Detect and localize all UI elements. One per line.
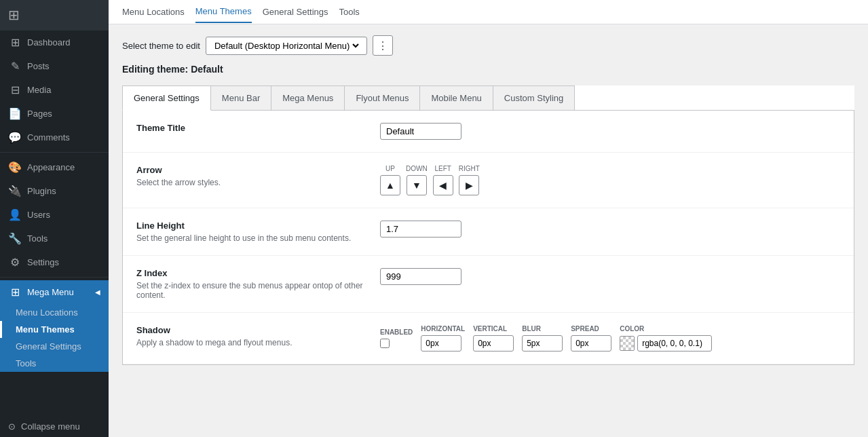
editing-theme-title: Editing theme: Default <box>122 64 854 75</box>
tab-general-settings[interactable]: General Settings <box>122 86 211 111</box>
topnav-general-settings[interactable]: General Settings <box>263 1 328 22</box>
collapse-label: Collapse menu <box>21 421 80 432</box>
z-index-input[interactable] <box>380 268 461 285</box>
sidebar-item-appearance[interactable]: 🎨 Appearance <box>0 155 109 179</box>
plugins-icon: 🔌 <box>8 185 22 197</box>
topnav-menu-themes[interactable]: Menu Themes <box>195 1 252 23</box>
z-index-row: Z Index Set the z-index to ensure the su… <box>123 256 854 313</box>
sidebar-item-media[interactable]: ⊟ Media <box>0 78 109 102</box>
line-height-label: Line Height <box>136 221 366 231</box>
arrow-down-label: DOWN <box>406 165 428 172</box>
arrow-right-group: RIGHT ▶ <box>459 165 480 195</box>
theme-title-label: Theme Title <box>136 123 366 133</box>
theme-title-control <box>380 123 840 140</box>
shadow-color-input[interactable] <box>637 335 712 352</box>
tab-mobile-menu[interactable]: Mobile Menu <box>419 86 493 110</box>
theme-selector-label: Select theme to edit <box>122 41 200 51</box>
line-height-row: Line Height Set the general line height … <box>123 208 854 256</box>
dashboard-icon: ⊞ <box>8 36 22 49</box>
sidebar-sub-menu-themes[interactable]: Menu Themes <box>0 321 109 338</box>
shadow-enabled-col: ENABLED <box>380 328 413 348</box>
collapse-menu-button[interactable]: ⊙ Collapse menu <box>0 416 109 437</box>
media-icon: ⊟ <box>8 83 22 96</box>
sidebar-sub-menu-locations[interactable]: Menu Locations <box>0 304 109 321</box>
shadow-spread-input[interactable] <box>571 335 611 352</box>
arrow-desc: Select the arrow styles. <box>136 178 366 187</box>
sidebar-item-label: Appearance <box>27 162 75 172</box>
shadow-control-row: ENABLED HORIZONTAL VERTICAL BLUR <box>380 325 712 352</box>
sidebar-item-tools[interactable]: 🔧 Tools <box>0 227 109 250</box>
mega-menu-icon: ⊞ <box>8 286 22 299</box>
shadow-vertical-input[interactable] <box>473 335 514 352</box>
sidebar-item-plugins[interactable]: 🔌 Plugins <box>0 179 109 203</box>
sidebar-item-users[interactable]: 👤 Users <box>0 203 109 227</box>
shadow-color-swatch[interactable] <box>620 336 635 351</box>
z-index-label-col: Z Index Set the z-index to ensure the su… <box>136 268 366 300</box>
theme-title-row: Theme Title <box>123 111 854 153</box>
sidebar-item-label: Comments <box>27 132 70 142</box>
arrow-right-label: RIGHT <box>459 165 480 172</box>
main-content: Menu Locations Menu Themes General Setti… <box>109 0 868 437</box>
shadow-horizontal-input[interactable] <box>421 335 461 352</box>
sidebar-item-label: Pages <box>27 109 52 119</box>
top-navigation: Menu Locations Menu Themes General Setti… <box>109 0 868 24</box>
arrow-row: Arrow Select the arrow styles. UP ▲ DOWN… <box>123 153 854 208</box>
topnav-tools[interactable]: Tools <box>339 1 359 22</box>
theme-options-button[interactable]: ⋮ <box>373 35 393 56</box>
arrow-down-group: DOWN ▼ <box>406 165 428 195</box>
sidebar-item-label: Media <box>27 85 51 95</box>
arrows-row: UP ▲ DOWN ▼ LEFT ◀ RIGHT <box>380 165 480 195</box>
sidebar-item-posts[interactable]: ✎ Posts <box>0 54 109 78</box>
shadow-vertical-label: VERTICAL <box>473 325 514 332</box>
arrow-up-button[interactable]: ▲ <box>380 175 400 195</box>
arrow-left-button[interactable]: ◀ <box>433 175 453 195</box>
sidebar-item-mega-menu[interactable]: ⊞ Mega Menu ◀ <box>0 280 109 304</box>
arrow-left-group: LEFT ◀ <box>433 165 453 195</box>
arrow-control: UP ▲ DOWN ▼ LEFT ◀ RIGHT <box>380 165 840 195</box>
sub-item-label: Menu Themes <box>16 324 75 335</box>
users-icon: 👤 <box>8 208 22 221</box>
theme-selector-row: Select theme to edit Default (Desktop Ho… <box>122 35 854 56</box>
arrow-label: Arrow <box>136 165 366 175</box>
comments-icon: 💬 <box>8 131 22 144</box>
shadow-blur-col: BLUR <box>522 325 563 352</box>
topnav-menu-locations[interactable]: Menu Locations <box>122 1 185 22</box>
sidebar-item-label: Tools <box>27 233 48 244</box>
shadow-blur-input[interactable] <box>522 335 563 352</box>
appearance-icon: 🎨 <box>8 161 22 174</box>
shadow-enabled-checkbox[interactable] <box>380 339 390 348</box>
arrow-right-button[interactable]: ▶ <box>459 175 479 195</box>
shadow-row: Shadow Apply a shadow to mega and flyout… <box>123 313 854 364</box>
tab-menu-bar[interactable]: Menu Bar <box>210 86 271 110</box>
arrow-down-button[interactable]: ▼ <box>407 175 427 195</box>
arrow-left-label: LEFT <box>434 165 451 172</box>
line-height-input[interactable] <box>380 221 461 238</box>
tab-custom-styling[interactable]: Custom Styling <box>493 86 575 110</box>
sidebar-item-settings[interactable]: ⚙ Settings <box>0 250 109 274</box>
theme-select-input[interactable]: Default (Desktop Horizontal Menu) <box>212 40 361 52</box>
sidebar-item-label: Plugins <box>27 186 56 196</box>
settings-tabs: General Settings Menu Bar Mega Menus Fly… <box>122 86 854 111</box>
wp-logo: ⊞ <box>0 0 109 31</box>
sidebar-item-pages[interactable]: 📄 Pages <box>0 102 109 126</box>
tab-mega-menus[interactable]: Mega Menus <box>271 86 345 110</box>
shadow-label-col: Shadow Apply a shadow to mega and flyout… <box>136 325 366 347</box>
shadow-desc: Apply a shadow to mega and flyout menus. <box>136 338 366 347</box>
z-index-label: Z Index <box>136 268 366 278</box>
tools-icon: 🔧 <box>8 232 22 245</box>
sidebar: ⊞ ⊞ Dashboard ✎ Posts ⊟ Media 📄 Pages 💬 … <box>0 0 109 437</box>
collapse-icon: ⊙ <box>8 421 16 432</box>
sidebar-sub-tools[interactable]: Tools <box>0 355 109 372</box>
sidebar-item-label: Dashboard <box>27 37 71 48</box>
shadow-spread-label: SPREAD <box>571 325 611 332</box>
shadow-color-label: COLOR <box>620 325 712 332</box>
z-index-control <box>380 268 840 285</box>
shadow-color-col: COLOR <box>620 325 712 352</box>
sidebar-sub-general-settings[interactable]: General Settings <box>0 338 109 355</box>
theme-title-input[interactable] <box>380 123 461 140</box>
theme-select-wrapper[interactable]: Default (Desktop Horizontal Menu) <box>206 37 367 55</box>
sidebar-item-comments[interactable]: 💬 Comments <box>0 126 109 149</box>
settings-panel: Theme Title Arrow Select the arrow style… <box>122 111 854 365</box>
tab-flyout-menus[interactable]: Flyout Menus <box>344 86 420 110</box>
sidebar-item-dashboard[interactable]: ⊞ Dashboard <box>0 31 109 54</box>
